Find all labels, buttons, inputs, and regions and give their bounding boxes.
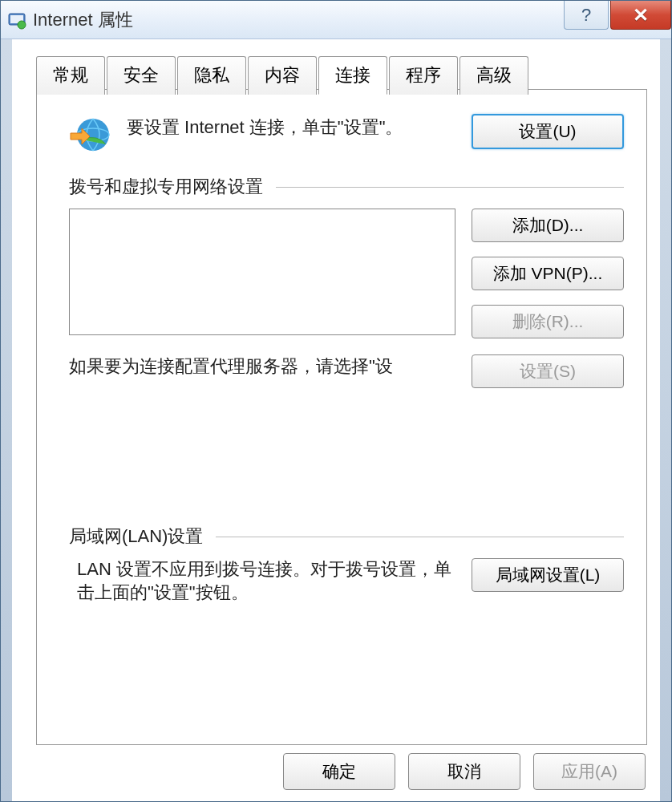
tab-security[interactable]: 安全 xyxy=(107,56,176,95)
lan-hint-text: LAN 设置不应用到拨号连接。对于拨号设置，单击上面的"设置"按钮。 xyxy=(69,558,455,604)
cancel-button[interactable]: 取消 xyxy=(408,753,520,790)
dialog-body: 常规 安全 隐私 内容 连接 程序 高级 xyxy=(12,39,660,801)
connections-panel: 要设置 Internet 连接，单击"设置"。 设置(U) 拨号和虚拟专用网络设… xyxy=(36,89,647,745)
bg-decoration xyxy=(1,39,12,801)
tab-connections[interactable]: 连接 xyxy=(318,56,387,95)
ok-button[interactable]: 确定 xyxy=(283,753,395,790)
proxy-hint-text: 如果要为连接配置代理服务器，请选择"设 xyxy=(69,354,455,379)
connections-listbox[interactable] xyxy=(69,209,455,335)
add-vpn-button[interactable]: 添加 VPN(P)... xyxy=(472,257,624,290)
lan-section-title: 局域网(LAN)设置 xyxy=(69,525,624,549)
lan-settings-button[interactable]: 局域网设置(L) xyxy=(472,558,624,592)
lan-section: 局域网(LAN)设置 LAN 设置不应用到拨号连接。对于拨号设置，单击上面的"设… xyxy=(69,525,624,604)
dial-side-buttons: 添加(D)... 添加 VPN(P)... 删除(R)... xyxy=(472,209,624,338)
tab-content[interactable]: 内容 xyxy=(248,56,317,95)
tab-privacy[interactable]: 隐私 xyxy=(177,56,246,95)
remove-button: 删除(R)... xyxy=(472,305,624,338)
help-button[interactable]: ? xyxy=(564,1,609,30)
add-button[interactable]: 添加(D)... xyxy=(472,209,624,242)
divider xyxy=(216,537,624,537)
internet-options-icon xyxy=(7,10,26,30)
setup-text: 要设置 Internet 连接，单击"设置"。 xyxy=(127,114,472,140)
dial-section: 拨号和虚拟专用网络设置 添加(D)... 添加 VPN(P)... 删除(R).… xyxy=(69,175,624,388)
bg-decoration xyxy=(660,39,671,801)
dial-title-label: 拨号和虚拟专用网络设置 xyxy=(69,175,263,199)
titlebar: Internet 属性 ? ✕ xyxy=(1,1,671,39)
dial-settings-button: 设置(S) xyxy=(472,354,624,388)
divider xyxy=(276,187,624,188)
lan-title-label: 局域网(LAN)设置 xyxy=(69,525,203,549)
window-title: Internet 属性 xyxy=(33,8,133,32)
tab-general[interactable]: 常规 xyxy=(36,56,105,95)
setup-button[interactable]: 设置(U) xyxy=(472,114,624,149)
close-button[interactable]: ✕ xyxy=(610,1,671,30)
dial-section-title: 拨号和虚拟专用网络设置 xyxy=(69,175,624,199)
tab-strip: 常规 安全 隐私 内容 连接 程序 高级 xyxy=(12,39,660,94)
setup-row: 要设置 Internet 连接，单击"设置"。 设置(U) xyxy=(69,114,624,156)
tab-programs[interactable]: 程序 xyxy=(389,56,458,95)
globe-arrow-icon xyxy=(69,114,111,156)
apply-button: 应用(A) xyxy=(533,753,646,790)
dialog-buttons: 确定 取消 应用(A) xyxy=(283,753,646,790)
svg-point-2 xyxy=(18,21,26,29)
tab-advanced[interactable]: 高级 xyxy=(459,56,528,95)
internet-properties-window: Internet 属性 ? ✕ 常规 安全 隐私 内容 连接 程序 高级 xyxy=(0,0,672,802)
